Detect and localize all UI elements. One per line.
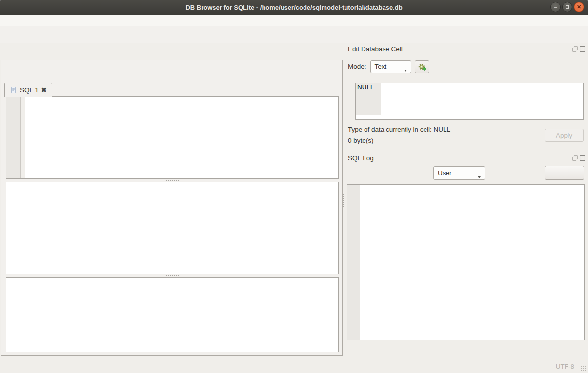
float-dock-icon[interactable] <box>572 46 578 52</box>
mode-label: Mode: <box>348 63 366 70</box>
sql-log-viewer[interactable] <box>347 184 585 340</box>
editor-line-numbers <box>6 97 21 178</box>
chevron-down-icon <box>404 70 407 72</box>
apply-data-button[interactable] <box>415 60 429 73</box>
edit-cell-title: Edit Database Cell <box>348 45 403 53</box>
right-dock: Edit Database Cell Mode: Text NULL Type … <box>345 44 588 360</box>
cell-type-info: Type of data currently in cell: NULL <box>348 126 450 133</box>
sql-tab-bar: SQL 1 ✖ <box>4 83 52 97</box>
apply-data-gear-icon <box>418 62 426 71</box>
mode-combobox[interactable]: Text <box>370 60 411 73</box>
results-grid-area <box>6 182 339 274</box>
execution-message <box>6 277 339 352</box>
resize-grip[interactable] <box>581 366 587 372</box>
submitted-by-combobox[interactable]: User <box>433 166 485 180</box>
sql-file-icon <box>10 86 17 94</box>
close-tab-icon[interactable]: ✖ <box>41 86 47 94</box>
editor-fold-margin <box>21 97 25 178</box>
maximize-button[interactable] <box>562 2 572 12</box>
execute-sql-panel: SQL 1 ✖ <box>1 60 343 356</box>
submitted-by-value: User <box>438 169 452 177</box>
close-dock-icon[interactable] <box>579 155 586 161</box>
sql-log-title: SQL Log <box>348 154 374 162</box>
db-browser-window: DB Browser for SQLite - /home/user/code/… <box>0 0 588 373</box>
sql-tab-label: SQL 1 <box>20 86 39 94</box>
apply-button: Apply <box>545 129 584 142</box>
main-toolbar <box>0 26 588 43</box>
editor-code[interactable] <box>25 97 338 178</box>
encoding-label: UTF-8 <box>556 363 574 370</box>
titlebar: DB Browser for SQLite - /home/user/code/… <box>0 0 588 15</box>
log-line-numbers <box>347 185 360 340</box>
log-fold-margin <box>360 185 367 340</box>
tab-sql-1[interactable]: SQL 1 ✖ <box>4 83 52 97</box>
cell-value: NULL <box>356 83 381 115</box>
mode-row: Mode: Text <box>348 60 429 73</box>
clear-log-button[interactable] <box>545 166 584 180</box>
window-controls: – ✕ <box>550 2 584 12</box>
close-dock-icon[interactable] <box>579 46 586 52</box>
menubar <box>0 15 588 26</box>
close-button[interactable]: ✕ <box>574 2 584 12</box>
float-dock-icon[interactable] <box>572 155 578 161</box>
statusbar: UTF-8 <box>0 360 588 373</box>
sql-editor[interactable] <box>6 96 339 179</box>
cell-editor[interactable]: NULL <box>355 83 584 120</box>
window-title: DB Browser for SQLite - /home/user/code/… <box>185 4 402 11</box>
sql-log-dock-buttons <box>572 155 586 161</box>
mode-value: Text <box>375 63 387 70</box>
edit-cell-dock-buttons <box>572 46 586 52</box>
chevron-down-icon <box>478 176 481 178</box>
cell-size-info: 0 byte(s) <box>348 137 374 144</box>
log-content <box>367 185 584 340</box>
minimize-button[interactable]: – <box>550 2 561 12</box>
